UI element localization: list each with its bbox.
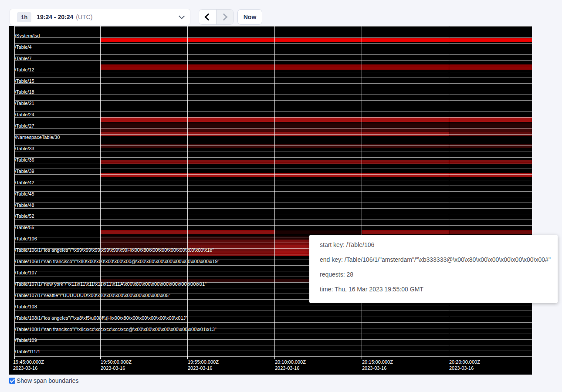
span-boundary-line xyxy=(14,128,532,129)
row-label: /Table/15 xyxy=(15,78,34,84)
span-tooltip: start key: /Table/106 end key: /Table/10… xyxy=(309,235,558,303)
show-span-boundaries-label: Show span boundaries xyxy=(17,377,78,384)
row-label: /Table/108 xyxy=(15,304,37,310)
span-boundary-line xyxy=(14,66,532,66)
span-boundary-line xyxy=(14,37,532,38)
time-gridline xyxy=(362,26,362,356)
heat-band[interactable] xyxy=(100,64,532,70)
show-span-boundaries-checkbox[interactable] xyxy=(9,378,15,384)
next-time-button[interactable] xyxy=(216,10,233,24)
span-boundary-line xyxy=(14,351,532,351)
row-label: /Table/24 xyxy=(15,112,34,118)
row-label: /Table/39 xyxy=(15,169,34,174)
heat-band[interactable] xyxy=(187,236,274,240)
row-label: /Table/18 xyxy=(15,89,34,95)
span-boundary-line xyxy=(14,106,532,106)
heat-band[interactable] xyxy=(100,38,532,42)
row-label: /Table/12 xyxy=(15,67,34,73)
row-label: /Table/36 xyxy=(15,157,34,163)
tooltip-start-key: start key: /Table/106 xyxy=(320,240,558,249)
span-boundary-line xyxy=(14,54,532,55)
span-boundary-line xyxy=(14,134,532,135)
axis-time-label: 19:45:00.000Z 2023-03-16 xyxy=(13,359,44,371)
span-boundary-line xyxy=(14,89,532,89)
span-boundary-line xyxy=(14,203,532,203)
check-icon xyxy=(10,378,14,382)
span-boundary-line xyxy=(14,60,532,61)
span-boundary-line xyxy=(14,163,532,163)
tooltip-time: time: Thu, 16 Mar 2023 19:55:00 GMT xyxy=(320,285,558,294)
row-label: /Table/7 xyxy=(15,56,32,61)
row-label: /Table/55 xyxy=(15,225,34,230)
row-label: /Table/42 xyxy=(15,180,34,186)
span-boundary-line xyxy=(14,169,532,169)
row-label: /Table/45 xyxy=(15,191,34,197)
span-boundary-line xyxy=(14,305,532,305)
keyvis-canvas[interactable]: /System/tsd/Table/4/Table/7/Table/12/Tab… xyxy=(9,26,532,375)
footer: Show span boundaries xyxy=(9,377,78,384)
span-boundary-line xyxy=(14,32,532,32)
axis-time-label: 20:15:00.000Z 2023-03-16 xyxy=(362,359,393,371)
row-label: /Table/106/1/"los angeles"/"\x99\x99\x99… xyxy=(15,247,214,253)
row-label: /Table/106 xyxy=(15,236,37,242)
span-boundary-line xyxy=(14,197,532,197)
axis-time-label: 20:20:00.000Z 2023-03-16 xyxy=(449,359,480,371)
span-boundary-line xyxy=(14,100,532,101)
span-boundary-line xyxy=(14,49,532,49)
span-boundary-line xyxy=(14,231,532,231)
tooltip-requests: requests: 28 xyxy=(320,270,558,279)
row-label: /NamespaceTable/30 xyxy=(15,135,60,140)
row-label: /Table/48 xyxy=(15,203,34,208)
span-boundary-line xyxy=(14,322,532,323)
chevron-left-icon xyxy=(205,14,212,21)
time-gridline xyxy=(449,26,449,356)
chevron-down-icon xyxy=(179,13,185,19)
row-label: /Table/107/1/"new york"/"\x11\x11\x11\x1… xyxy=(15,281,207,287)
row-label: /Table/111/1 xyxy=(15,349,40,355)
span-boundary-line xyxy=(14,214,532,214)
now-button[interactable]: Now xyxy=(237,9,262,25)
span-boundary-line xyxy=(14,117,532,118)
heat-band[interactable] xyxy=(100,173,532,177)
tooltip-end-key: end key: /Table/106/1/"amsterdam"/"\xb33… xyxy=(320,255,558,264)
heat-band[interactable] xyxy=(100,236,187,240)
span-boundary-line xyxy=(14,152,532,152)
span-boundary-line xyxy=(14,157,532,158)
span-boundary-line xyxy=(14,225,532,226)
row-label: /Table/107 xyxy=(15,270,37,276)
span-boundary-line xyxy=(14,345,532,345)
row-label: /Table/33 xyxy=(15,146,34,152)
axis-time-label: 20:10:00.000Z 2023-03-16 xyxy=(275,359,306,371)
span-boundary-line xyxy=(14,339,532,340)
span-boundary-line xyxy=(14,78,532,78)
span-boundary-line xyxy=(14,186,532,186)
time-gridline xyxy=(274,26,275,356)
row-label: /System/tsd xyxy=(15,33,40,39)
span-boundary-line xyxy=(14,72,532,72)
heat-band[interactable] xyxy=(100,160,532,164)
time-gridline xyxy=(187,26,188,356)
span-boundary-line xyxy=(14,174,532,175)
time-nav-group xyxy=(199,9,234,25)
row-label: /Table/108/1/"san francisco"/"\x8c\xcc\x… xyxy=(15,327,217,332)
span-boundary-line xyxy=(14,356,532,357)
time-range-selector[interactable]: 1h 19:24 - 20:24 (UTC) xyxy=(10,9,190,25)
row-label: /Table/109 xyxy=(15,338,37,343)
prev-time-button[interactable] xyxy=(199,10,216,24)
span-boundary-line xyxy=(14,145,532,146)
chevron-right-icon xyxy=(220,14,227,21)
row-label: /Table/106/1/"san francisco"/"\x80\x00\x… xyxy=(15,259,220,264)
axis-time-label: 19:55:00.000Z 2023-03-16 xyxy=(188,359,219,371)
span-boundary-line xyxy=(14,83,532,84)
axis-time-label: 19:50:00.000Z 2023-03-16 xyxy=(101,359,132,371)
time-range-preset-badge: 1h xyxy=(17,12,31,22)
time-gridline xyxy=(100,26,101,356)
row-label: /Table/4 xyxy=(15,44,32,50)
span-boundary-line xyxy=(14,95,532,95)
span-boundary-line xyxy=(14,311,532,311)
span-boundary-line xyxy=(14,191,532,192)
time-range-timezone: (UTC) xyxy=(76,14,92,20)
row-label: /Table/52 xyxy=(15,213,34,219)
row-label: /Table/108/1/"los angeles"/"\xa8\xf5\u00… xyxy=(15,315,187,321)
time-range-text: 19:24 - 20:24 xyxy=(37,14,73,20)
